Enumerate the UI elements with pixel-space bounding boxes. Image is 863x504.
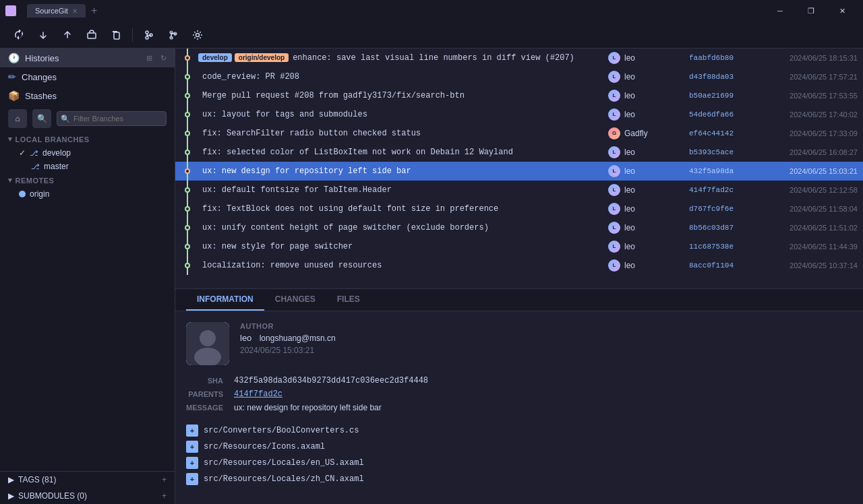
commit-message: fix: SearchFilter radio button checked s…	[202, 129, 608, 138]
detail-content: AUTHOR leo longshuang@msn.cn 2024/06/25 …	[175, 311, 863, 504]
commit-row[interactable]: ux: new design for repository left side …	[175, 162, 863, 181]
commit-avatar: L	[608, 222, 620, 234]
graph-col	[181, 67, 194, 86]
settings-button[interactable]	[187, 26, 208, 44]
submodules-item[interactable]: ▶ SUBMODULES (0) +	[0, 488, 175, 504]
author-avatar	[186, 322, 229, 365]
stashes-label: Stashes	[25, 91, 57, 101]
commit-message: ux: new style for page switcher	[202, 242, 608, 251]
maximize-button[interactable]: ❐	[796, 0, 827, 22]
branch-search: 🔍	[57, 111, 167, 126]
histories-label: Histories	[25, 53, 59, 63]
commit-avatar: L	[608, 90, 620, 102]
file-item[interactable]: +src/Resources/Locales/en_US.axaml	[186, 455, 852, 470]
commit-author-name: leo	[624, 261, 635, 270]
local-branches-header[interactable]: ▾ LOCAL BRANCHES	[0, 132, 175, 146]
home-button[interactable]: ⌂	[8, 109, 27, 128]
commit-hash: b50ae21699	[689, 92, 750, 100]
commit-row[interactable]: ux: default fontsize for TabItem.HeaderL…	[175, 181, 863, 199]
parents-label: PARENTS	[186, 389, 223, 399]
commit-author-name: Gadfly	[624, 129, 648, 138]
commit-row[interactable]: ux: unify content height of page switche…	[175, 218, 863, 237]
commit-row[interactable]: fix: SearchFilter radio button checked s…	[175, 124, 863, 143]
commit-message: ux: unify content height of page switche…	[202, 223, 608, 232]
commit-row[interactable]: localization: remove unused resourcesLle…	[175, 256, 863, 275]
tags-add-icon[interactable]: +	[162, 475, 167, 484]
tags-item[interactable]: ▶ TAGS (81) +	[0, 472, 175, 488]
history-icon: 🕐	[8, 53, 20, 63]
commit-hash: faabfd6b80	[689, 54, 750, 62]
commit-row[interactable]: Merge pull request #208 from gadfly3173/…	[175, 86, 863, 105]
titlebar: SourceGit ✕ + ─ ❐ ✕	[0, 0, 863, 22]
commit-hash: 8b56c03d87	[689, 224, 750, 232]
push-button[interactable]	[57, 26, 78, 44]
commit-avatar: L	[608, 184, 620, 196]
commit-author-name: leo	[624, 91, 635, 100]
sidebar-item-stashes[interactable]: 📦 Stashes	[0, 86, 175, 105]
commit-hash: d43f88da03	[689, 73, 750, 81]
commit-row[interactable]: ux: layout for tags and submodulesLleo54…	[175, 105, 863, 124]
detail-tabs: INFORMATION CHANGES FILES	[175, 289, 863, 311]
author-avatar-img	[186, 322, 229, 365]
commit-avatar: L	[608, 146, 620, 158]
commit-author-name: leo	[624, 53, 635, 63]
commit-avatar: G	[608, 127, 620, 139]
commit-list[interactable]: developorigin/developenhance: save last …	[175, 49, 863, 288]
svg-rect-1	[114, 32, 119, 39]
pull-button[interactable]	[32, 26, 54, 44]
merge-button[interactable]	[162, 26, 184, 44]
new-tab-button[interactable]: +	[88, 5, 100, 16]
file-item[interactable]: +src/Resources/Icons.axaml	[186, 439, 852, 454]
file-item[interactable]: +src/Converters/BoolConverters.cs	[186, 423, 852, 438]
stash-button[interactable]	[81, 26, 102, 44]
commit-row[interactable]: ux: new style for page switcherLleo11c68…	[175, 237, 863, 256]
local-branches-caret: ▾	[8, 135, 13, 144]
graph-col	[181, 199, 194, 218]
commit-avatar: L	[608, 165, 620, 177]
commit-row[interactable]: fix: selected color of ListBoxItem not w…	[175, 143, 863, 162]
branch-name-develop: develop	[42, 148, 71, 158]
sidebar-item-histories[interactable]: 🕐 Histories ⊞ ↻	[0, 49, 175, 67]
app-tab[interactable]: SourceGit ✕	[27, 4, 86, 18]
graph-col	[181, 162, 194, 181]
submodules-add-icon[interactable]: +	[162, 491, 167, 501]
sidebar-item-changes[interactable]: ✏ Changes	[0, 67, 175, 86]
tab-changes[interactable]: CHANGES	[264, 289, 326, 311]
remotes-header[interactable]: ▾ REMOTES	[0, 173, 175, 187]
commit-hash: 8acc0f1104	[689, 261, 750, 270]
graph-col	[181, 143, 194, 162]
commit-row[interactable]: code_review: PR #208Lleod43f88da032024/0…	[175, 67, 863, 86]
branch-master[interactable]: ⎇ master ⊤	[0, 160, 175, 173]
file-badge: +	[186, 473, 198, 485]
commit-badge-develop: develop	[198, 53, 232, 62]
author-section: AUTHOR leo longshuang@msn.cn 2024/06/25 …	[186, 322, 852, 365]
branch-button[interactable]	[138, 26, 160, 44]
commit-author: Lleo	[608, 71, 689, 83]
svg-rect-0	[88, 33, 96, 38]
minimize-button[interactable]: ─	[765, 0, 796, 22]
close-button[interactable]: ✕	[827, 0, 858, 22]
remote-origin[interactable]: origin	[0, 187, 175, 201]
copy-button[interactable]	[105, 26, 127, 44]
tab-information[interactable]: INFORMATION	[186, 289, 264, 311]
graph-col	[181, 237, 194, 256]
branch-name-master: master	[44, 162, 69, 171]
tab-files[interactable]: FILES	[326, 289, 371, 311]
histories-collapse-icon[interactable]: ⊞	[146, 54, 152, 63]
search-button[interactable]: 🔍	[32, 109, 51, 128]
commit-date: 2024/06/25 10:37:14	[750, 261, 858, 270]
branch-icon-master: ⎇	[31, 162, 40, 171]
histories-refresh-icon[interactable]: ↻	[160, 54, 167, 63]
parents-value[interactable]: 414f7fad2c	[234, 389, 852, 399]
commit-author-name: leo	[624, 185, 635, 195]
remotes-label: REMOTES	[16, 177, 55, 185]
commit-row[interactable]: developorigin/developenhance: save last …	[175, 49, 863, 67]
copy-icon	[111, 30, 121, 40]
tab-close-icon[interactable]: ✕	[72, 7, 78, 15]
commit-row[interactable]: fix: TextBlock does not using default fo…	[175, 199, 863, 218]
branch-develop[interactable]: ✓ ⎇ develop ⊤	[0, 146, 175, 160]
stashes-icon: 📦	[8, 90, 20, 101]
fetch-button[interactable]	[8, 26, 30, 44]
file-item[interactable]: +src/Resources/Locales/zh_CN.axaml	[186, 472, 852, 486]
branch-filter-input[interactable]	[57, 111, 167, 126]
